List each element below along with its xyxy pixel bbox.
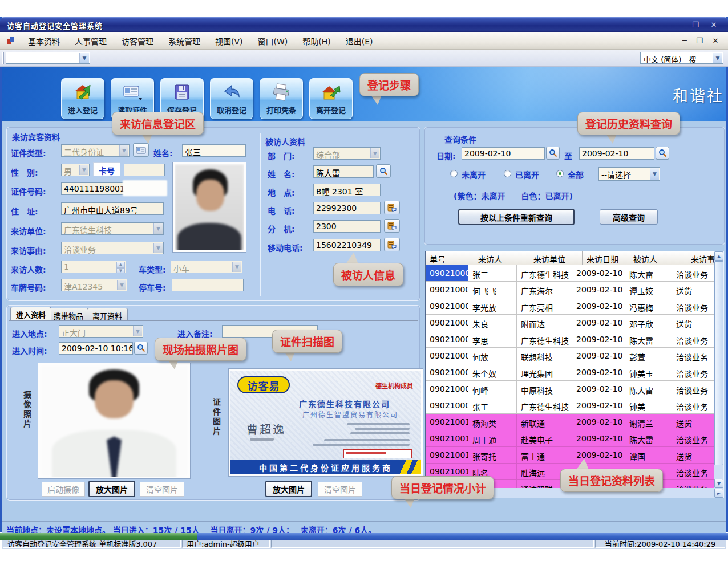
mobile-input[interactable]: 15602210349: [313, 239, 381, 251]
table-cell-id[interactable]: 090210011: [426, 430, 468, 447]
visit-company-combobox[interactable]: 广东德生科技▼: [61, 222, 164, 235]
date-to-picker-button[interactable]: [656, 147, 669, 160]
radio-not-left[interactable]: [450, 170, 458, 177]
vertical-scrollbar[interactable]: ▲ ▼: [714, 251, 723, 488]
table-cell-visitee[interactable]: 冯惠梅: [625, 298, 672, 315]
table-cell-company[interactable]: 广东德生科技: [517, 265, 572, 282]
table-cell-visitee[interactable]: 钟美: [625, 397, 672, 414]
phone-dial-button[interactable]: [384, 201, 400, 214]
table-row[interactable]: 090210005李思广东德生科技2009-02-10陈大雷洽谈业务: [426, 331, 723, 348]
advanced-query-button[interactable]: 高级查询: [600, 209, 658, 225]
menu-restore-icon[interactable]: ❐: [694, 36, 705, 45]
quick-combobox[interactable]: ▼: [6, 52, 90, 64]
table-cell-visitee[interactable]: 钟美玉: [625, 364, 672, 381]
table-cell-visitee[interactable]: 谭国: [625, 447, 672, 464]
table-cell-id[interactable]: 090210007: [426, 364, 468, 381]
table-cell-company[interactable]: 新联通: [517, 414, 572, 430]
scroll-right-icon[interactable]: ►: [714, 489, 723, 498]
mobile-dial-button[interactable]: [384, 238, 400, 251]
address-input[interactable]: 广州市中山大道89号: [61, 202, 164, 215]
table-row[interactable]: 090210009张工广东德生科技2009-02-10钟美洽谈业务: [426, 397, 723, 414]
table-cell-visitor[interactable]: 何放: [468, 348, 517, 364]
card-reader-button[interactable]: [133, 143, 149, 157]
tab-leave-info[interactable]: 离开资料: [87, 308, 128, 320]
cert-type-combobox[interactable]: 二代身份证▼: [61, 144, 130, 157]
table-cell-visitor[interactable]: 朱良: [468, 315, 517, 331]
radio-left[interactable]: [504, 170, 511, 177]
table-row[interactable]: 090210011周于通赴美电子2009-02-10陈大雷洽谈业务: [426, 430, 723, 447]
menu-item[interactable]: 系统管理: [161, 35, 208, 47]
print-slip-button[interactable]: 打印凭条: [260, 78, 303, 119]
table-row[interactable]: 090210007朱个奴理光集团2009-02-10钟美玉洽谈业务: [426, 364, 723, 381]
table-cell-date[interactable]: 2009-02-10: [572, 265, 625, 282]
table-cell-id[interactable]: 090210001: [426, 265, 468, 282]
table-cell-date[interactable]: 2009-02-10: [572, 381, 625, 397]
table-cell-visitee[interactable]: 邓子欣: [625, 315, 672, 331]
table-cell-id[interactable]: 090210009: [426, 397, 468, 414]
enter-register-button[interactable]: 进入登记: [61, 78, 104, 119]
cancel-register-button[interactable]: 取消登记: [210, 78, 253, 119]
visit-table[interactable]: 单号来访人来访单位来访日期被访人来访事由 090210001张三广东德生科技20…: [425, 251, 724, 498]
plate-combobox[interactable]: 津A12345▼: [61, 279, 127, 291]
menu-item[interactable]: 帮助(H): [295, 35, 338, 47]
column-header[interactable]: 被访人: [629, 251, 687, 265]
table-cell-date[interactable]: 2009-02-10: [572, 348, 625, 364]
entry-time-input[interactable]: 2009-02-10 10:16: [59, 342, 133, 355]
menu-item[interactable]: 访客管理: [114, 35, 161, 47]
table-cell-date[interactable]: 2009-02-10: [572, 331, 625, 348]
table-cell-visitee[interactable]: 谢清兰: [625, 414, 672, 430]
table-cell-date[interactable]: 2009-02-10: [572, 282, 625, 298]
restore-icon[interactable]: ❐: [689, 20, 702, 30]
ext-input[interactable]: 2300: [313, 220, 381, 233]
requery-button[interactable]: 按以上条件重新查询: [458, 209, 575, 225]
table-cell-visitor[interactable]: 朱个奴: [468, 364, 517, 381]
menu-item[interactable]: 视图(V): [208, 35, 250, 47]
menu-item[interactable]: 退出(E): [338, 35, 381, 47]
table-cell-company[interactable]: 广东亮相: [517, 298, 572, 315]
table-cell-visitee[interactable]: 陈大雷: [625, 381, 672, 397]
radio-all[interactable]: [556, 170, 564, 177]
table-cell-visitor[interactable]: 李光放: [468, 298, 517, 315]
table-row[interactable]: 090210012张寄托富士通2009-02-10谭国送货: [426, 447, 723, 464]
chevron-down-icon[interactable]: ▼: [650, 168, 659, 180]
table-cell-visitee[interactable]: 谭玉姣: [625, 282, 672, 298]
table-cell-date[interactable]: 2009-02-10: [572, 430, 625, 447]
zoom-card-button[interactable]: 放大图片: [265, 481, 312, 497]
table-cell-date[interactable]: 2009-02-10: [572, 364, 625, 381]
date-to-input[interactable]: 2009-02-10: [579, 147, 654, 160]
table-cell-visitor[interactable]: 何峰: [468, 381, 517, 397]
table-cell-id[interactable]: 090210010: [426, 414, 468, 430]
table-cell-company[interactable]: 广东德生科技: [517, 331, 572, 348]
column-header[interactable]: 单号: [426, 251, 474, 265]
table-cell-date[interactable]: 2009-02-10: [572, 414, 625, 430]
table-cell-date[interactable]: 2009-02-10: [572, 397, 625, 414]
table-cell-company[interactable]: 广东海尔: [517, 282, 572, 298]
table-cell-visitor[interactable]: 周于通: [468, 430, 517, 447]
table-cell-visitor[interactable]: 张三: [468, 265, 517, 282]
table-cell-date[interactable]: 2009-02-10: [572, 315, 625, 331]
chevron-down-icon[interactable]: ▼: [79, 53, 89, 63]
table-cell-visitor[interactable]: 张寄托: [468, 447, 517, 464]
visitee-search-button[interactable]: [376, 164, 391, 178]
stepper-arrows-icon[interactable]: ▲▼: [116, 262, 125, 272]
table-cell-visitee[interactable]: 陈大雷: [625, 265, 672, 282]
entry-time-picker-button[interactable]: [134, 342, 148, 355]
tab-entry-info[interactable]: 进入资料: [10, 307, 51, 320]
chevron-down-icon[interactable]: ▼: [153, 243, 163, 253]
clear-photo-button[interactable]: 清空图片: [140, 482, 184, 497]
ext-dial-button[interactable]: [384, 219, 400, 233]
query-select[interactable]: --请选择▼: [598, 167, 660, 181]
visitee-name-input[interactable]: 陈大雷: [313, 165, 374, 178]
column-header[interactable]: 来访日期: [583, 251, 629, 265]
table-cell-date[interactable]: 2009-02-10: [572, 298, 625, 315]
chevron-down-icon[interactable]: ▼: [153, 223, 163, 234]
column-header[interactable]: 来访单位: [529, 251, 583, 265]
table-cell-visitee[interactable]: 陈大雷: [625, 430, 672, 447]
location-input[interactable]: B幢 2301 室: [313, 184, 381, 196]
leave-register-button[interactable]: 离开登记: [309, 78, 353, 119]
language-selector[interactable]: 中文 (简体) - 搜 ▼: [640, 52, 723, 64]
visitor-name-input[interactable]: 张三: [182, 144, 246, 157]
table-cell-visitee[interactable]: 彭萱: [625, 348, 672, 364]
menu-item[interactable]: 窗口(W): [250, 35, 296, 47]
menu-item[interactable]: 人事管理: [67, 35, 114, 47]
